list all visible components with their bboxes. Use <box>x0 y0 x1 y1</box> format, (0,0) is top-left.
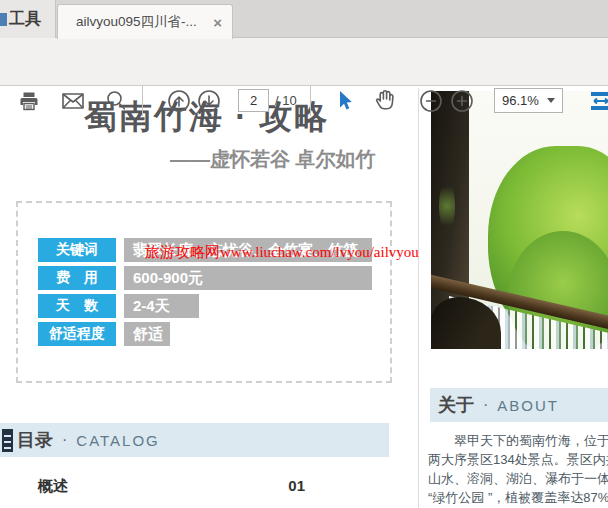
page-total-label: / 10 <box>275 93 297 108</box>
info-value: 2-4天 <box>124 294 199 318</box>
info-label: 费 用 <box>38 266 116 290</box>
list-item: 概述 01 <box>38 477 305 496</box>
catalog-entry: 概述 01 <box>38 477 305 496</box>
zoom-level-value: 96.1% <box>502 93 547 108</box>
toolbar-separator <box>310 86 311 116</box>
catalog-title-zh: 目录 <box>17 428 53 452</box>
toolbar: 2 / 10 96.1% <box>0 38 608 86</box>
tab-tools-label: 工具 <box>9 9 41 30</box>
zoom-in-button[interactable] <box>449 88 475 114</box>
about-heading: 关于 · ABOUT <box>430 388 608 422</box>
next-page-button[interactable] <box>196 88 222 114</box>
watermark-text: 旅游攻略网www.liuchaw.com/lvyou/ailvyou <box>145 243 419 262</box>
about-paragraph: 翠甲天下的蜀南竹海，位于四川 两大序景区134处景点。景区内共有 山水、溶洞、湖… <box>428 431 608 508</box>
about-line: 翠甲天下的蜀南竹海，位于四川 <box>428 431 608 450</box>
toolbar-separator <box>142 86 143 116</box>
info-label: 天 数 <box>38 294 116 318</box>
about-title-en: ABOUT <box>497 397 559 414</box>
catalog-heading: 目录 · CATALOG <box>0 423 389 457</box>
tools-icon <box>0 13 7 26</box>
page-subtitle: ——虚怀若谷 卓尔如竹 <box>170 146 376 173</box>
zoom-out-button[interactable] <box>418 88 444 114</box>
catalog-entry-page: 01 <box>288 477 305 496</box>
chevron-down-icon <box>547 98 555 103</box>
catalog-title-en: CATALOG <box>76 432 159 449</box>
about-line: 山水、溶洞、湖泊、瀑布于一体， <box>428 469 608 488</box>
fit-width-button[interactable] <box>588 88 608 114</box>
select-tool-button[interactable] <box>332 88 358 114</box>
catalog-entry-label: 概述 <box>38 477 68 496</box>
zoom-level-dropdown[interactable]: 96.1% <box>494 88 563 113</box>
hand-tool-button[interactable] <box>372 88 398 114</box>
tab-bar: 工具 ailvyou095四川省-... × <box>0 0 608 38</box>
dot-separator: · <box>483 396 488 414</box>
tab-document-label: ailvyou095四川省-... <box>76 13 213 31</box>
print-button[interactable] <box>16 88 42 114</box>
about-title-zh: 关于 <box>438 393 474 417</box>
pdf-reader-window: 工具 ailvyou095四川省-... × <box>0 0 608 508</box>
table-row: 费 用 600-900元 <box>38 266 372 290</box>
info-value: 600-900元 <box>124 266 372 290</box>
page-number-input[interactable]: 2 <box>238 89 269 112</box>
select-cursor-icon <box>340 91 352 110</box>
waterfall-photo <box>431 91 608 349</box>
email-button[interactable] <box>60 88 86 114</box>
previous-page-button[interactable] <box>166 88 192 114</box>
info-label: 舒适程度 <box>38 322 116 346</box>
about-line: 两大序景区134处景点。景区内共有 <box>428 450 608 469</box>
close-icon[interactable]: × <box>213 15 222 30</box>
info-label: 关键词 <box>38 238 116 262</box>
tab-tools[interactable]: 工具 <box>0 0 56 38</box>
table-row: 舒适程度 舒适 <box>38 322 372 346</box>
info-value: 舒适 <box>124 322 170 346</box>
hand-tool-icon <box>377 91 393 109</box>
dot-separator: · <box>62 431 67 449</box>
search-button[interactable] <box>103 88 129 114</box>
catalog-list-icon <box>2 429 13 452</box>
tab-document[interactable]: ailvyou095四川省-... × <box>57 4 233 39</box>
table-row: 天 数 2-4天 <box>38 294 372 318</box>
about-line: “绿竹公园 ”，植被覆盖率达87%， <box>428 488 608 507</box>
column-divider <box>418 88 419 508</box>
